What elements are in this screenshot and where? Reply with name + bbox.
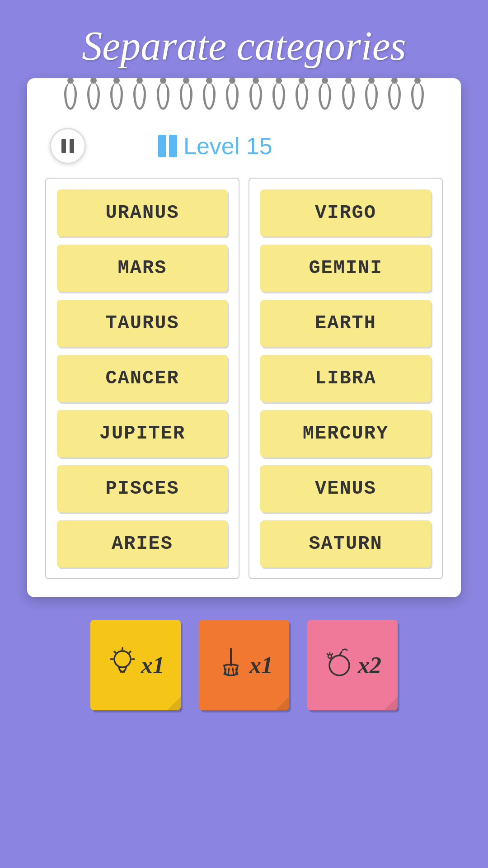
right-column: VIRGO GEMINI EARTH LIBRA MERCURY VENUS S…	[249, 178, 443, 579]
spiral-15	[388, 83, 401, 110]
broom-count: x1	[249, 652, 273, 679]
pause-button[interactable]	[50, 128, 86, 164]
level-label: Level 15	[183, 132, 272, 160]
pause-bar-left	[61, 139, 66, 153]
power-up-bomb[interactable]: x2	[307, 620, 398, 710]
broom-content: x1	[215, 646, 273, 684]
spiral-16	[411, 83, 424, 110]
svg-line-16	[331, 654, 333, 655]
svg-line-4	[129, 651, 131, 653]
bulb-count: x1	[141, 652, 164, 679]
word-card-libra[interactable]: LIBRA	[260, 355, 431, 402]
word-card-cancer[interactable]: CANCER	[57, 355, 228, 402]
word-card-gemini[interactable]: GEMINI	[260, 245, 431, 292]
spiral-12	[319, 83, 331, 110]
power-up-broom[interactable]: x1	[199, 620, 289, 710]
spiral-7	[203, 83, 216, 110]
notebook: Level 15 URANUS MARS TAURUS CANCER JUPIT…	[27, 78, 461, 597]
svg-point-0	[114, 651, 131, 667]
spiral-4	[133, 83, 146, 110]
word-card-uranus[interactable]: URANUS	[57, 189, 228, 236]
word-card-virgo[interactable]: VIRGO	[260, 189, 431, 236]
left-column: URANUS MARS TAURUS CANCER JUPITER PISCES…	[45, 178, 239, 579]
level-info: Level 15	[158, 132, 272, 160]
word-card-earth[interactable]: EARTH	[260, 300, 431, 347]
spiral-10	[272, 83, 285, 110]
level-rect-left	[158, 135, 166, 157]
spiral-2	[87, 83, 100, 110]
word-card-taurus[interactable]: TAURUS	[57, 300, 228, 347]
bomb-content: x2	[324, 646, 381, 684]
page-title: Separate categories	[82, 23, 406, 69]
spiral-9	[249, 83, 262, 110]
power-ups-bar: x1 x1	[90, 620, 398, 719]
svg-point-12	[329, 656, 349, 675]
word-card-pisces[interactable]: PISCES	[57, 465, 228, 512]
pause-bar-right	[70, 139, 74, 153]
spiral-1	[64, 83, 77, 110]
word-card-mercury[interactable]: MERCURY	[260, 410, 431, 457]
bulb-icon	[107, 646, 138, 684]
word-card-venus[interactable]: VENUS	[260, 465, 431, 512]
level-rect-right	[169, 135, 177, 157]
power-up-bulb[interactable]: x1	[90, 620, 181, 710]
word-card-jupiter[interactable]: JUPITER	[57, 410, 228, 457]
word-card-mars[interactable]: MARS	[57, 245, 228, 292]
spiral-binding	[45, 78, 443, 110]
spiral-5	[157, 83, 169, 110]
spiral-13	[342, 83, 355, 110]
spiral-14	[365, 83, 378, 110]
spiral-6	[180, 83, 192, 110]
spiral-11	[296, 83, 308, 110]
game-grid: URANUS MARS TAURUS CANCER JUPITER PISCES…	[45, 178, 443, 579]
svg-line-9	[228, 668, 229, 675]
pause-icon	[61, 139, 74, 153]
svg-line-3	[114, 651, 116, 653]
svg-line-10	[233, 668, 234, 675]
spiral-3	[110, 83, 123, 110]
svg-line-17	[327, 654, 328, 655]
bulb-content: x1	[107, 646, 164, 684]
word-card-aries[interactable]: ARIES	[57, 520, 228, 567]
bomb-count: x2	[358, 652, 381, 679]
broom-icon	[215, 646, 247, 684]
spiral-8	[226, 83, 239, 110]
word-card-saturn[interactable]: SATURN	[260, 520, 431, 567]
bomb-icon	[324, 646, 355, 684]
level-icon	[158, 135, 177, 157]
header-bar: Level 15	[45, 119, 443, 178]
